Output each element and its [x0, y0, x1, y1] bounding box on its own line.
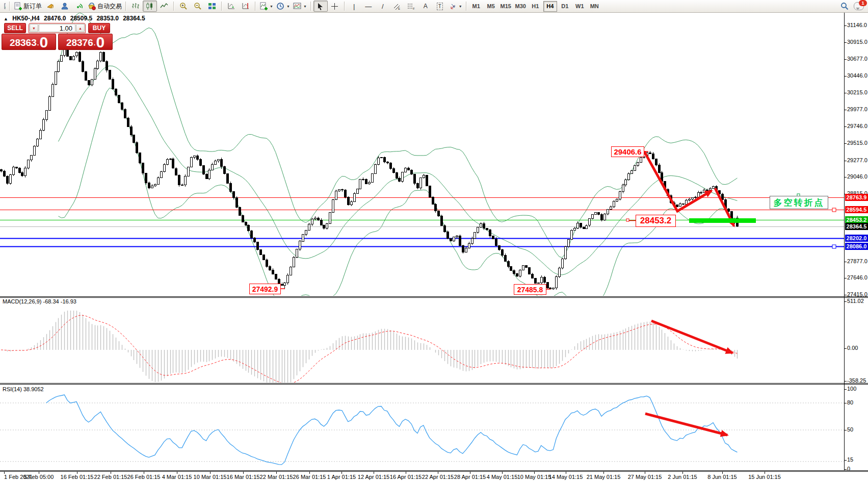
- macd-pane: [1, 311, 738, 387]
- timeframe-button-m1[interactable]: M1: [469, 1, 483, 12]
- time-axis-label: 16 Feb 01:15: [61, 474, 94, 480]
- vertical-line-button[interactable]: |: [347, 1, 361, 12]
- timeframe-button-m15[interactable]: M15: [499, 1, 513, 12]
- indicator-list-icon: [2, 3, 6, 10]
- level-handle[interactable]: [832, 245, 836, 248]
- price-tick-label: 29746.0: [847, 123, 867, 129]
- text-label-button[interactable]: T: [433, 1, 447, 12]
- horizontal-level-lines[interactable]: [0, 198, 844, 249]
- trendline-button[interactable]: /: [376, 1, 390, 12]
- chat-button[interactable]: 1: [854, 2, 864, 10]
- line-chart-icon: [160, 2, 168, 10]
- timeframe-button-h4[interactable]: H4: [543, 1, 557, 12]
- separator: [344, 2, 345, 11]
- panel-expander[interactable]: ▲: [4, 16, 8, 21]
- separator: [173, 2, 174, 11]
- zoom-out-button[interactable]: [191, 1, 205, 12]
- trend-arrow[interactable]: [644, 151, 712, 211]
- buy-button[interactable]: BUY: [88, 23, 110, 33]
- time-axis-label: 21 May 01:15: [587, 474, 621, 480]
- candlesticks: [1, 47, 739, 290]
- timeframe-button-m30[interactable]: M30: [514, 1, 528, 12]
- templates-button[interactable]: ▼: [292, 1, 308, 12]
- turning-point-note[interactable]: 多空转折点: [770, 196, 828, 209]
- separator: [221, 2, 222, 11]
- signals-button[interactable]: [72, 1, 86, 12]
- sound-button[interactable]: [43, 1, 58, 12]
- price-annotation-box[interactable]: 28453.2: [636, 215, 676, 227]
- support-highlight-bar[interactable]: [689, 218, 756, 223]
- tile-windows-button[interactable]: [205, 1, 219, 12]
- time-axis-label: 12 Apr 01:15: [358, 474, 389, 480]
- toolbar-group-objects: ▼ ▼ ▼: [258, 0, 308, 12]
- fibonacci-button[interactable]: F: [404, 1, 418, 12]
- timeframe-button-h1[interactable]: H1: [529, 1, 542, 12]
- time-axis-label: 10 Mar 01:15: [194, 474, 227, 480]
- timeframe-toolbar: M1M5M15M30H1H4D1W1MN: [469, 0, 602, 12]
- auto-scroll-button[interactable]: [224, 1, 239, 12]
- volume-increase-button[interactable]: ▲: [76, 24, 85, 32]
- auto-trading-button[interactable]: 自动交易: [86, 1, 123, 12]
- candlestick-chart-button[interactable]: [143, 1, 157, 12]
- price-tick-label: 29515.0: [847, 140, 867, 146]
- chart-shift-button[interactable]: [239, 1, 253, 12]
- volume-input[interactable]: 1.00: [39, 24, 75, 32]
- toolbar-group-scroll: [224, 0, 253, 12]
- zoom-in-button[interactable]: [176, 1, 191, 12]
- search-icon[interactable]: [840, 2, 849, 10]
- timeframe-button-mn[interactable]: MN: [588, 1, 601, 12]
- text-button[interactable]: A: [418, 1, 433, 12]
- time-axis-label: 16 Mar 01:15: [227, 474, 260, 480]
- chart-canvas[interactable]: [0, 0, 868, 483]
- price-tick-label: 30446.0: [847, 72, 867, 79]
- clock-icon: [276, 2, 284, 10]
- level-handle[interactable]: [832, 208, 836, 212]
- one-click-trading-panel: SELL ▼ 1.00 ▲ BUY 28363 . 0 28376 . 0: [2, 23, 113, 50]
- timeframe-button-m5[interactable]: M5: [484, 1, 498, 12]
- community-button[interactable]: [58, 1, 72, 12]
- price-annotation-box[interactable]: 27492.9: [249, 284, 281, 294]
- price-tick-label: 29977.0: [847, 106, 867, 112]
- new-order-button[interactable]: 新订单: [12, 1, 43, 12]
- time-axis-label: 22 Feb 01:15: [94, 474, 127, 480]
- trend-arrow[interactable]: [651, 321, 732, 353]
- horizontal-line-icon: —: [365, 3, 372, 10]
- indicators-button[interactable]: ▼: [258, 1, 275, 12]
- rsi-tick-label: 80: [847, 399, 853, 405]
- clipped-icon[interactable]: [0, 1, 7, 12]
- channel-button[interactable]: E: [390, 1, 404, 12]
- price-annotation-box[interactable]: 29406.6: [611, 146, 644, 157]
- line-chart-button[interactable]: [157, 1, 171, 12]
- price-annotation-box[interactable]: 27485.8: [514, 284, 546, 295]
- arrows-tool-button[interactable]: ▼: [447, 1, 464, 12]
- trend-arrow[interactable]: [645, 414, 727, 435]
- chart-header: ▲ HK50-,H4 28476.0 28509.5 28353.0 28364…: [4, 15, 148, 22]
- time-axis-label: 15 Jun 01:15: [748, 474, 781, 480]
- periods-button[interactable]: ▼: [275, 1, 292, 12]
- buy-price-button[interactable]: 28376 . 0: [58, 34, 113, 50]
- timeframe-button-d1[interactable]: D1: [558, 1, 572, 12]
- ohlc-high: 28509.5: [70, 15, 92, 22]
- trendline-icon: /: [382, 3, 384, 10]
- buy-price-dot: .: [94, 38, 96, 49]
- crosshair-button[interactable]: [328, 1, 342, 12]
- time-axis-label: 10 May 01:15: [517, 474, 551, 480]
- chevron-down-icon: ▼: [286, 5, 290, 8]
- new-order-icon: [14, 2, 22, 10]
- chevron-down-icon: ▼: [270, 5, 273, 8]
- sell-price-button[interactable]: 28363 . 0: [2, 34, 56, 50]
- sell-button[interactable]: SELL: [4, 23, 26, 33]
- text-label-icon: T: [437, 3, 443, 10]
- bar-chart-button[interactable]: [128, 1, 143, 12]
- time-axis-label: 1 Apr 01:15: [327, 474, 356, 480]
- horn-icon: [46, 2, 55, 10]
- arrows-icon: [449, 3, 457, 10]
- cursor-button[interactable]: [313, 1, 328, 12]
- auto-trading-icon: [88, 2, 96, 10]
- mt4-window: 新订单 自动交易: [0, 0, 868, 483]
- buy-price-frac: 0: [96, 35, 104, 49]
- horizontal-line-button[interactable]: —: [361, 1, 376, 12]
- timeframe-button-w1[interactable]: W1: [573, 1, 587, 12]
- cursor-icon: [317, 3, 324, 10]
- volume-decrease-button[interactable]: ▼: [30, 24, 38, 32]
